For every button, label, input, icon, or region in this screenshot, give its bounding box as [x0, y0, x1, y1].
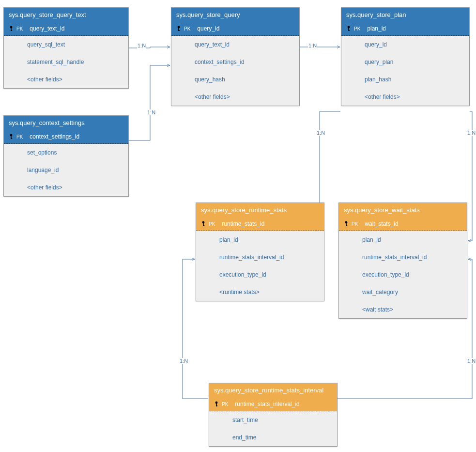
rel-label-query-plan: 1:N — [308, 43, 317, 48]
entity-title: sys.query_store_wait_stats — [339, 203, 467, 217]
field: context_settings_id — [171, 53, 299, 71]
field: <other fields> — [171, 88, 299, 106]
entity-title: sys.query_store_query_text — [4, 8, 128, 22]
entity-query-store-runtime-stats-interval: sys.query_store_runtime_stats_interval P… — [209, 383, 338, 447]
pk-label: PK — [16, 26, 23, 31]
rel-label-plan-runtime: 1:N — [316, 130, 325, 136]
field: language_id — [4, 161, 128, 179]
pk-label: PK — [222, 402, 228, 407]
pk-field: runtime_stats_interval_id — [235, 401, 299, 407]
field: query_plan — [341, 53, 469, 71]
field: <other fields> — [4, 71, 128, 88]
pk-row: PK plan_id — [341, 22, 469, 36]
pk-field: context_settings_id — [30, 133, 79, 140]
entity-title: sys.query_store_query — [171, 8, 299, 22]
rel-label-context-query: 1:N — [147, 109, 156, 115]
field: statement_sql_handle — [4, 53, 128, 71]
entity-title: sys.query_store_plan — [341, 8, 469, 22]
rel-label-plan-wait: 1:N — [467, 130, 476, 136]
svg-rect-17 — [346, 225, 347, 226]
entity-query-context-settings: sys.query_context_settings PK context_se… — [3, 115, 129, 197]
pk-row: PK context_settings_id — [4, 130, 128, 144]
field: query_hash — [171, 71, 299, 88]
field: runtime_stats_interval_id — [196, 249, 324, 266]
rel-label-interval-wait: 1:N — [467, 358, 476, 364]
entity-query-store-runtime-stats: sys.query_store_runtime_stats PK runtime… — [196, 203, 324, 301]
entity-query-store-query-text: sys.query_store_query_text PK query_text… — [3, 7, 129, 89]
key-icon — [346, 25, 353, 32]
field: query_sql_text — [4, 36, 128, 53]
key-icon — [9, 25, 15, 32]
svg-rect-2 — [11, 30, 12, 31]
pk-field: query_id — [197, 25, 219, 32]
pk-field: query_text_id — [30, 25, 64, 32]
key-icon — [214, 401, 221, 407]
field: <other fields> — [4, 179, 128, 196]
pk-label: PK — [209, 221, 215, 227]
field: <runtime stats> — [196, 283, 324, 301]
entity-query-store-wait-stats: sys.query_store_wait_stats PK wait_stats… — [338, 203, 467, 319]
entity-title: sys.query_store_runtime_stats_interval — [209, 383, 337, 397]
pk-label: PK — [16, 134, 23, 140]
pk-field: wait_stats_id — [365, 220, 398, 227]
svg-rect-8 — [348, 30, 350, 31]
pk-row: PK runtime_stats_interval_id — [209, 397, 337, 411]
svg-rect-20 — [216, 405, 217, 406]
pk-label: PK — [354, 26, 360, 31]
pk-label: PK — [352, 221, 358, 227]
entity-query-store-plan: sys.query_store_plan PK plan_id query_id… — [341, 7, 470, 106]
svg-rect-11 — [11, 138, 12, 139]
field: plan_id — [196, 231, 324, 249]
pk-row: PK runtime_stats_id — [196, 217, 324, 231]
pk-row: PK query_text_id — [4, 22, 128, 36]
field: end_time — [209, 429, 337, 446]
rel-label-interval-runtime: 1:N — [179, 358, 188, 364]
rel-label-querytext-query: 1:N — [137, 43, 146, 48]
pk-row: PK wait_stats_id — [339, 217, 467, 231]
field: plan_hash — [341, 71, 469, 88]
svg-rect-14 — [203, 225, 204, 226]
field: set_options — [4, 144, 128, 161]
key-icon — [176, 25, 183, 32]
key-icon — [344, 220, 351, 227]
field: runtime_stats_interval_id — [339, 249, 467, 266]
entity-title: sys.query_context_settings — [4, 116, 128, 130]
field: <other fields> — [341, 88, 469, 106]
pk-row: PK query_id — [171, 22, 299, 36]
pk-label: PK — [184, 26, 190, 31]
field: plan_id — [339, 231, 467, 249]
field: query_text_id — [171, 36, 299, 53]
field: <wait stats> — [339, 301, 467, 318]
field: start_time — [209, 411, 337, 429]
key-icon — [9, 133, 15, 140]
entity-query-store-query: sys.query_store_query PK query_id query_… — [171, 7, 300, 106]
key-icon — [201, 220, 208, 227]
entity-title: sys.query_store_runtime_stats — [196, 203, 324, 217]
field: query_id — [341, 36, 469, 53]
svg-rect-5 — [178, 30, 180, 31]
field: wait_category — [339, 283, 467, 301]
field: execution_type_id — [196, 266, 324, 283]
pk-field: plan_id — [367, 25, 386, 32]
field: execution_type_id — [339, 266, 467, 283]
pk-field: runtime_stats_id — [222, 220, 264, 227]
